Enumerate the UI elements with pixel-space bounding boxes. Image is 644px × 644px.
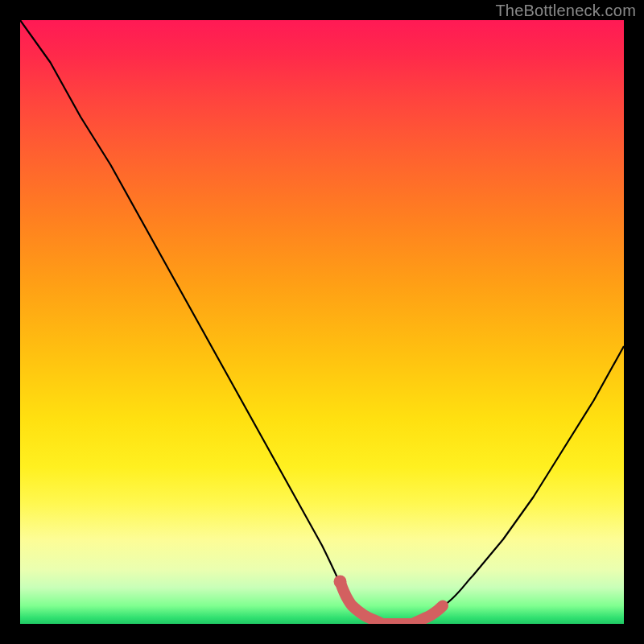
plot-area (20, 20, 624, 624)
bottleneck-curve (20, 20, 624, 624)
valley-highlight (341, 582, 444, 625)
watermark-text: TheBottleneck.com (495, 2, 636, 20)
highlight-dot (334, 576, 347, 588)
chart-frame: TheBottleneck.com (0, 0, 644, 644)
plot-svg (20, 20, 624, 624)
